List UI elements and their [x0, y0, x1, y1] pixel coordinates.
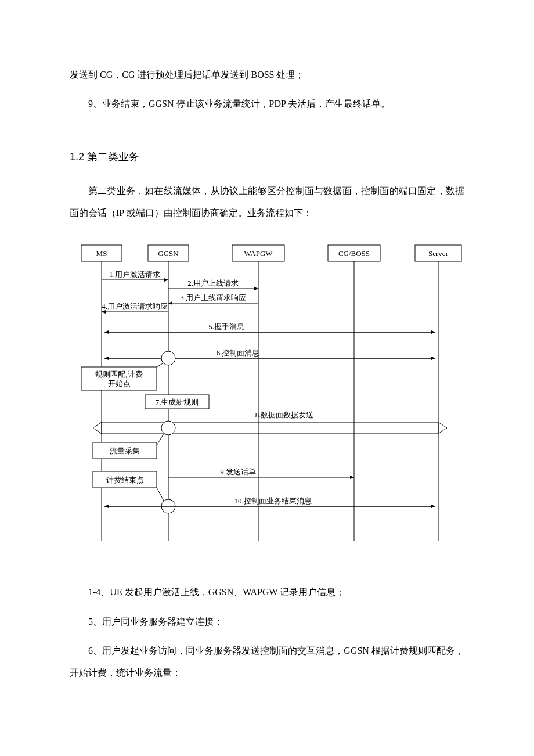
svg-point-24 [161, 421, 175, 435]
svg-line-26 [157, 434, 164, 445]
paragraph-2: 9、业务结束，GGSN 停止该业务流量统计，PDP 去活后，产生最终话单。 [70, 93, 464, 115]
msg-2: 2.用户上线请求 [187, 279, 239, 287]
note-billing-end: 计费结束点 [106, 476, 144, 484]
svg-line-20 [157, 363, 164, 367]
paragraph-1: 发送到 CG，CG 进行预处理后把话单发送到 BOSS 处理； [70, 64, 464, 86]
paragraph-5: 5、用户同业务服务器建立连接； [70, 611, 464, 633]
paragraph-4: 1-4、UE 发起用户激活上线，GGSN、WAPGW 记录用户信息； [70, 581, 464, 603]
note-flow-collect: 流量采集 [110, 447, 140, 455]
paragraph-3: 第二类业务，如在线流媒体，从协议上能够区分控制面与数据面，控制面的端口固定，数据… [70, 180, 464, 225]
msg-9: 9.发送话单 [220, 467, 256, 476]
msg-8: 8.数据面数据发送 [255, 411, 314, 419]
msg-1: 1.用户激活请求 [109, 270, 160, 279]
msg-6: 6.控制面消息 [217, 348, 260, 357]
actor-ms: MS [96, 249, 107, 258]
actor-wapgw: WAPGW [244, 249, 273, 258]
paragraph-6: 6、用户发起业务访问，同业务服务器发送控制面的交互消息，GGSN 根据计费规则匹… [70, 640, 464, 685]
actor-server: Server [428, 249, 449, 258]
msg-4: 4.用户激活请求响应 [102, 302, 168, 311]
note-rule-match-line2: 开始点 [108, 379, 131, 388]
svg-line-30 [157, 488, 164, 501]
msg-3: 3.用户上线请求响应 [180, 293, 246, 302]
section-heading: 1.2 第二类业务 [70, 145, 464, 170]
actor-cgboss: CG/BOSS [338, 249, 370, 258]
actor-ggsn: GGSN [158, 249, 179, 258]
msg-10: 10.控制面业务结束消息 [234, 496, 311, 505]
msg-5: 5.握手消息 [208, 322, 244, 331]
msg-7: 7.生成新规则 [156, 398, 199, 406]
note-rule-match-line1: 规则匹配,计费 [95, 370, 142, 379]
sequence-diagram: MS GGSN WAPGW CG/BOSS Server 1.用户激活请求 2.… [70, 242, 464, 552]
